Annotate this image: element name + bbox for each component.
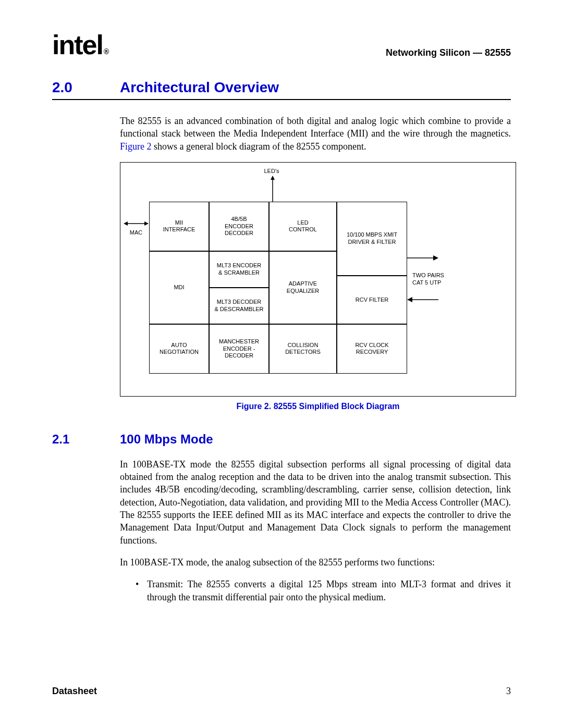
block-rcv-clock-recovery: RCV CLOCKRECOVERY xyxy=(337,324,407,374)
block-mlt3-decoder: MLT3 DECODER& DESCRAMBLER xyxy=(209,288,269,324)
svg-marker-3 xyxy=(124,221,128,226)
section-number: 2.0 xyxy=(52,79,120,96)
block-mdi: MDI xyxy=(149,251,209,324)
block-xmit-driver: 10/100 MBPS XMITDRIVER & FILTER xyxy=(337,202,407,276)
figure-2-container: LED's MAC MIIINTERFACE 4B/5BENCODERDECOD… xyxy=(120,162,511,411)
logo-text: intel xyxy=(52,30,103,60)
block-manchester: MANCHESTERENCODER -DECODER xyxy=(209,324,269,374)
block-adaptive-equalizer: ADAPTIVEEQUALIZER xyxy=(269,251,337,324)
arrow-up-icon xyxy=(271,176,275,202)
footer-datasheet-label: Datasheet xyxy=(52,686,97,697)
intel-logo: intel® xyxy=(52,31,107,58)
block-auto-negotiation: AUTONEGOTIATION xyxy=(149,324,209,374)
bullet-item-1: Transmit: The 82555 converts a digital 1… xyxy=(136,578,511,603)
page-footer: Datasheet 3 xyxy=(52,686,511,697)
svg-marker-6 xyxy=(433,255,438,261)
block-diagram: LED's MAC MIIINTERFACE 4B/5BENCODERDECOD… xyxy=(120,162,516,397)
leds-label: LED's xyxy=(256,168,287,175)
section-heading-2-1: 2.1 100 Mbps Mode xyxy=(52,432,511,447)
svg-marker-8 xyxy=(407,297,412,302)
section-title: Architectural Overview xyxy=(120,79,279,96)
subsection-title: 100 Mbps Mode xyxy=(120,432,213,447)
para-text-a: The 82555 is an advanced combination of … xyxy=(120,116,511,139)
registered-mark: ® xyxy=(104,47,108,56)
arrow-bidir-icon xyxy=(124,221,149,226)
para-text-b: shows a general block diagram of the 825… xyxy=(152,141,366,152)
subsection-number: 2.1 xyxy=(52,432,120,447)
section-heading-2-0: 2.0 Architectural Overview xyxy=(52,79,511,100)
block-mii-interface: MIIINTERFACE xyxy=(149,202,209,251)
two-pairs-label: TWO PAIRSCAT 5 UTP xyxy=(412,272,459,287)
doc-title: Networking Silicon — 82555 xyxy=(386,47,511,58)
section-2-0-paragraph: The 82555 is an advanced combination of … xyxy=(120,115,511,153)
arrow-left-icon xyxy=(407,297,438,302)
svg-marker-1 xyxy=(271,176,275,180)
page-header: intel® Networking Silicon — 82555 xyxy=(52,31,511,58)
block-4b5b-encoder: 4B/5BENCODERDECODER xyxy=(209,202,269,251)
arrow-right-icon xyxy=(407,255,438,261)
block-collision-detectors: COLLISIONDETECTORS xyxy=(269,324,337,374)
section-2-1-paragraph-2: In 100BASE-TX mode, the analog subsectio… xyxy=(120,556,511,569)
block-rcv-filter: RCV FILTER xyxy=(337,276,407,324)
section-2-1-paragraph-1: In 100BASE-TX mode the 82555 digital sub… xyxy=(120,458,511,547)
block-mlt3-encoder: MLT3 ENCODER& SCRAMBLER xyxy=(209,251,269,288)
svg-marker-4 xyxy=(144,221,149,226)
mac-label: MAC xyxy=(126,229,146,237)
figure-reference-link[interactable]: Figure 2 xyxy=(120,141,152,152)
footer-page-number: 3 xyxy=(506,686,511,697)
figure-caption: Figure 2. 82555 Simplified Block Diagram xyxy=(120,402,516,411)
bullet-list: Transmit: The 82555 converts a digital 1… xyxy=(136,578,511,603)
block-led-control: LEDCONTROL xyxy=(269,202,337,251)
